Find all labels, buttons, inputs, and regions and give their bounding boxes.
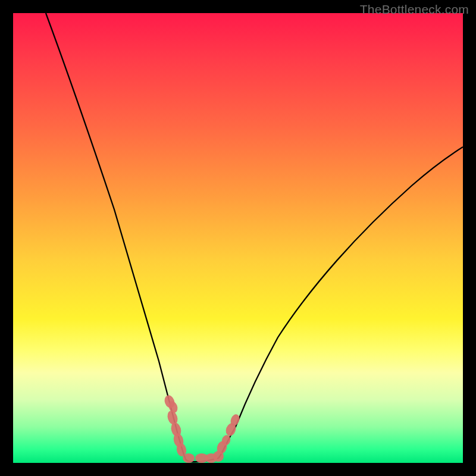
- bead-cluster-right: [195, 413, 241, 463]
- curve-right-branch: [191, 147, 463, 462]
- curve-left-branch: [46, 13, 191, 462]
- watermark-text: TheBottleneck.com: [360, 2, 469, 17]
- bead-cluster-left: [163, 394, 195, 463]
- gradient-plot-area: [13, 13, 463, 463]
- svg-point-6: [183, 453, 195, 463]
- bottleneck-curve: [13, 13, 463, 463]
